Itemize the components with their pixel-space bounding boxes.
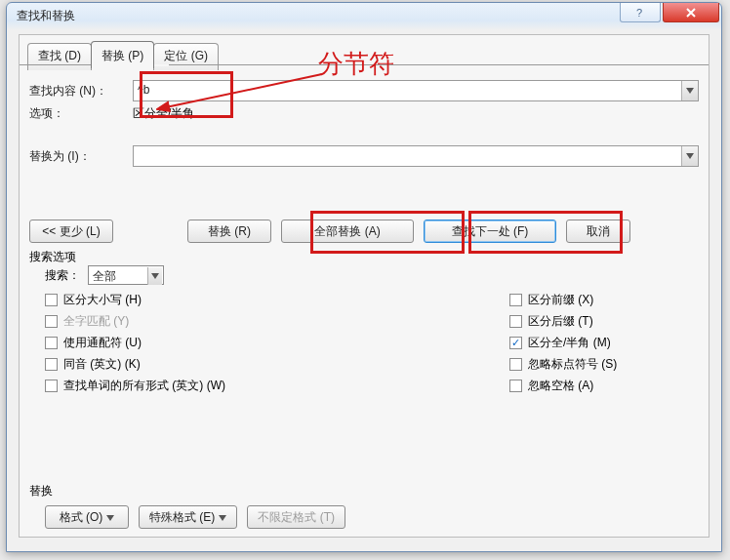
find-what-dropdown[interactable] xyxy=(681,81,698,100)
replace-with-label: 替换为 (I)： xyxy=(29,148,133,165)
search-scope-label: 搜索： xyxy=(45,267,80,284)
help-button[interactable]: ? xyxy=(620,3,661,22)
less-button-label: << 更少 (L) xyxy=(42,223,100,240)
options-grid: 区分大小写 (H)全字匹配 (Y)使用通配符 (U)同音 (英文) (K)查找单… xyxy=(29,289,699,396)
options-value: 区分全/半角 xyxy=(133,105,194,122)
search-scope-value: 全部 xyxy=(93,268,116,285)
form-area: 查找内容 (N)： ^b 选项： 区分全/半角 替换为 (I)： xyxy=(29,80,699,396)
checkbox[interactable] xyxy=(45,358,58,371)
checkbox-row[interactable]: 同音 (英文) (K) xyxy=(29,353,435,375)
tab-find-label: 查找 (D) xyxy=(38,49,81,62)
find-what-label: 查找内容 (N)： xyxy=(29,83,133,100)
checkbox[interactable] xyxy=(509,315,522,328)
checkbox[interactable] xyxy=(509,337,522,349)
chevron-down-icon xyxy=(106,510,114,524)
checkbox[interactable] xyxy=(509,294,522,306)
titlebar[interactable]: 查找和替换 ? xyxy=(7,3,721,28)
options-col-left: 区分大小写 (H)全字匹配 (Y)使用通配符 (U)同音 (英文) (K)查找单… xyxy=(29,289,435,396)
checkbox-label: 区分后缀 (T) xyxy=(528,313,593,330)
replace-all-button[interactable]: 全部替换 (A) xyxy=(281,220,414,243)
special-button-label: 特殊格式 (E) xyxy=(149,509,215,526)
checkbox-row[interactable]: 区分后缀 (T) xyxy=(494,310,699,332)
window-controls: ? xyxy=(620,3,719,22)
checkbox-label: 区分全/半角 (M) xyxy=(528,335,611,351)
format-button[interactable]: 格式 (O) xyxy=(45,505,129,529)
noformat-button[interactable]: 不限定格式 (T) xyxy=(247,505,345,529)
checkbox-label: 忽略空格 (A) xyxy=(528,378,593,394)
checkbox-row[interactable]: 使用通配符 (U) xyxy=(29,332,435,353)
checkbox-row[interactable]: 区分全/半角 (M) xyxy=(494,332,699,353)
checkbox-label: 查找单词的所有形式 (英文) (W) xyxy=(63,378,225,394)
find-replace-window: 查找和替换 ? 查找 (D) 替换 (P) 定位 (G) 查找内容 (N)： ^ xyxy=(6,2,722,552)
options-col-right: 区分前缀 (X)区分后缀 (T)区分全/半角 (M)忽略标点符号 (S)忽略空格… xyxy=(494,289,699,396)
replace-section-label: 替换 xyxy=(29,483,699,500)
checkbox-label: 使用通配符 (U) xyxy=(63,335,142,351)
checkbox[interactable] xyxy=(509,358,522,371)
tab-replace-label: 替换 (P) xyxy=(101,49,143,62)
find-next-button[interactable]: 查找下一处 (F) xyxy=(424,220,556,243)
format-button-label: 格式 (O) xyxy=(60,509,103,526)
checkbox[interactable] xyxy=(45,315,58,328)
checkbox-label: 区分大小写 (H) xyxy=(63,292,142,308)
checkbox-row[interactable]: 忽略空格 (A) xyxy=(494,375,699,396)
special-button[interactable]: 特殊格式 (E) xyxy=(139,505,237,529)
find-next-button-label: 查找下一处 (F) xyxy=(452,223,529,240)
tab-strip: 查找 (D) 替换 (P) 定位 (G) xyxy=(27,43,218,70)
checkbox-label: 忽略标点符号 (S) xyxy=(528,356,617,373)
button-row: << 更少 (L) 替换 (R) 全部替换 (A) 查找下一处 (F) 取消 xyxy=(29,220,699,243)
search-scope-combo[interactable]: 全部 xyxy=(88,265,164,285)
replace-button-label: 替换 (R) xyxy=(208,223,251,240)
checkbox-label: 同音 (英文) (K) xyxy=(63,356,141,373)
find-what-input[interactable]: ^b xyxy=(133,80,699,101)
checkbox-row[interactable]: 全字匹配 (Y) xyxy=(29,310,435,332)
tab-goto-label: 定位 (G) xyxy=(164,49,208,62)
replace-format-section: 替换 格式 (O) 特殊格式 (E) 不限定格式 (T) xyxy=(29,483,699,529)
replace-with-input[interactable] xyxy=(133,145,699,167)
close-button[interactable] xyxy=(663,3,719,22)
checkbox-row[interactable]: 区分前缀 (X) xyxy=(494,289,699,310)
window-title: 查找和替换 xyxy=(17,8,75,24)
cancel-button-label: 取消 xyxy=(587,223,610,240)
tab-find[interactable]: 查找 (D) xyxy=(27,43,92,70)
less-button[interactable]: << 更少 (L) xyxy=(29,220,113,243)
tab-replace[interactable]: 替换 (P) xyxy=(91,41,154,68)
find-what-value: ^b xyxy=(138,83,149,97)
checkbox-row[interactable]: 区分大小写 (H) xyxy=(29,289,435,310)
replace-with-dropdown[interactable] xyxy=(681,146,698,166)
replace-button[interactable]: 替换 (R) xyxy=(187,220,271,243)
checkbox-label: 全字匹配 (Y) xyxy=(63,313,129,330)
checkbox[interactable] xyxy=(509,380,522,392)
svg-text:?: ? xyxy=(636,7,642,19)
noformat-button-label: 不限定格式 (T) xyxy=(258,509,335,526)
checkbox[interactable] xyxy=(45,337,58,349)
checkbox[interactable] xyxy=(45,294,58,306)
dialog-client: 查找 (D) 替换 (P) 定位 (G) 查找内容 (N)： ^b xyxy=(19,34,710,538)
checkbox-row[interactable]: 查找单词的所有形式 (英文) (W) xyxy=(29,375,435,396)
search-scope-dropdown[interactable] xyxy=(147,267,162,285)
options-label: 选项： xyxy=(29,105,133,122)
search-options-label: 搜索选项 xyxy=(29,249,699,265)
checkbox-row[interactable]: 忽略标点符号 (S) xyxy=(494,353,699,375)
replace-all-button-label: 全部替换 (A) xyxy=(314,223,380,240)
checkbox[interactable] xyxy=(45,380,58,392)
chevron-down-icon xyxy=(219,510,226,524)
checkbox-label: 区分前缀 (X) xyxy=(528,292,593,308)
cancel-button[interactable]: 取消 xyxy=(566,220,630,243)
